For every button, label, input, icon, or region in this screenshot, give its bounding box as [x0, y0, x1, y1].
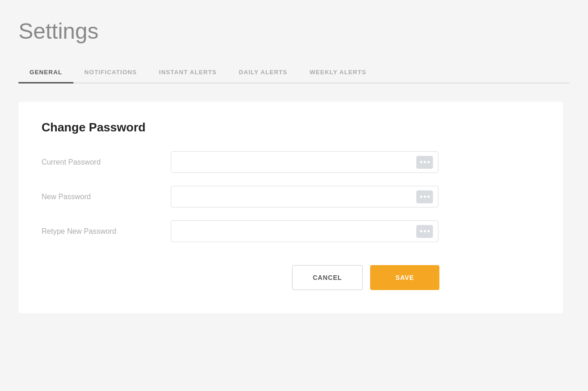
- input-wrapper-retype-password: [171, 220, 438, 242]
- dots-icon-2: [420, 196, 430, 198]
- form-row-new-password: New Password: [42, 186, 540, 207]
- tab-instant-alerts[interactable]: INSTANT ALERTS: [148, 62, 228, 83]
- dot-2: [424, 161, 426, 163]
- dot-9: [427, 230, 430, 232]
- current-password-input[interactable]: [171, 151, 438, 173]
- label-new-password: New Password: [42, 193, 171, 201]
- page-container: Settings GENERAL NOTIFICATIONS INSTANT A…: [0, 0, 588, 332]
- label-current-password: Current Password: [42, 158, 171, 166]
- tab-weekly-alerts[interactable]: WEEKLY ALERTS: [299, 62, 378, 83]
- new-password-input[interactable]: [171, 186, 438, 207]
- dot-7: [420, 230, 422, 232]
- form-row-current-password: Current Password: [42, 151, 540, 173]
- section-card: Change Password Current Password: [18, 102, 563, 313]
- dot-6: [427, 196, 430, 198]
- cancel-button[interactable]: CANCEL: [292, 265, 363, 290]
- section-title: Change Password: [42, 120, 540, 135]
- dots-icon: [420, 161, 430, 163]
- input-wrapper-new-password: [171, 186, 438, 207]
- dot-8: [424, 230, 426, 232]
- page-title: Settings: [18, 18, 570, 44]
- dot-1: [420, 161, 422, 163]
- tabs-bar: GENERAL NOTIFICATIONS INSTANT ALERTS DAI…: [18, 62, 570, 83]
- tab-general[interactable]: GENERAL: [18, 62, 73, 83]
- form-row-retype-password: Retype New Password: [42, 220, 540, 242]
- tab-daily-alerts[interactable]: DAILY ALERTS: [228, 62, 299, 83]
- dot-3: [427, 161, 430, 163]
- save-button[interactable]: SAVE: [370, 265, 439, 290]
- tab-notifications[interactable]: NOTIFICATIONS: [73, 62, 148, 83]
- label-retype-password: Retype New Password: [42, 227, 171, 236]
- toggle-current-password[interactable]: [416, 156, 433, 169]
- dots-icon-3: [420, 230, 430, 232]
- content-area: Change Password Current Password: [18, 83, 570, 332]
- input-wrapper-current-password: [171, 151, 438, 173]
- toggle-new-password[interactable]: [416, 190, 433, 203]
- toggle-retype-password[interactable]: [416, 225, 433, 238]
- retype-password-input[interactable]: [171, 220, 438, 242]
- actions-row: CANCEL SAVE: [42, 265, 439, 290]
- dot-4: [420, 196, 422, 198]
- dot-5: [424, 196, 426, 198]
